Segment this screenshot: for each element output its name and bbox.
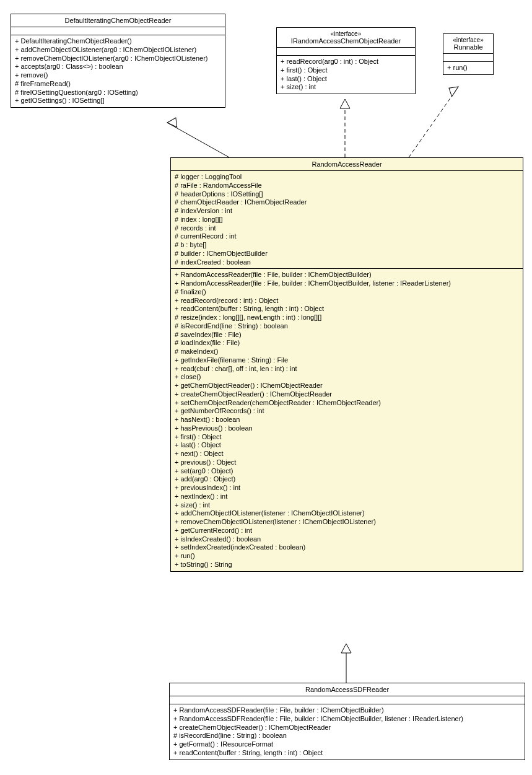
attrs-empty bbox=[277, 48, 415, 56]
attrs: # logger : LoggingTool # raFile : Random… bbox=[171, 171, 523, 269]
attrs-empty bbox=[170, 696, 525, 704]
svg-line-4 bbox=[409, 87, 458, 157]
class-default-iterating: DefaultIteratingChemObjectReader + Defau… bbox=[11, 14, 225, 108]
class-random-access-reader: RandomAccessReader # logger : LoggingToo… bbox=[170, 157, 523, 572]
svg-line-0 bbox=[167, 123, 229, 157]
svg-marker-3 bbox=[340, 99, 350, 108]
svg-marker-7 bbox=[341, 644, 351, 653]
methods: + run() bbox=[443, 62, 493, 74]
methods: + DefaultIteratingChemObjectReader() + a… bbox=[11, 35, 225, 107]
attrs-empty bbox=[11, 27, 225, 35]
class-name: «interface» Runnable bbox=[443, 34, 493, 54]
methods: + RandomAccessSDFReader(file : File, bui… bbox=[170, 704, 525, 760]
svg-marker-5 bbox=[447, 84, 458, 97]
class-name: RandomAccessReader bbox=[171, 158, 523, 171]
class-irandom-access: «interface» IRandomAccessChemObjectReade… bbox=[276, 27, 416, 94]
attrs-empty bbox=[443, 54, 493, 62]
impl-rar-to-iracor bbox=[340, 99, 350, 157]
svg-marker-1 bbox=[167, 118, 180, 130]
methods: + readRecord(arg0 : int) : Object + firs… bbox=[277, 56, 415, 94]
class-name: «interface» IRandomAccessChemObjectReade… bbox=[277, 28, 415, 48]
impl-rar-to-runnable bbox=[409, 84, 458, 157]
class-random-access-sdf: RandomAccessSDFReader + RandomAccessSDFR… bbox=[169, 683, 525, 760]
gen-rar-to-dicor bbox=[167, 118, 229, 157]
methods: + RandomAccessReader(file : File, builde… bbox=[171, 269, 523, 571]
class-runnable: «interface» Runnable + run() bbox=[443, 33, 494, 75]
class-name: RandomAccessSDFReader bbox=[170, 683, 525, 696]
gen-rasdf-to-rar bbox=[341, 644, 351, 683]
class-name: DefaultIteratingChemObjectReader bbox=[11, 14, 225, 27]
